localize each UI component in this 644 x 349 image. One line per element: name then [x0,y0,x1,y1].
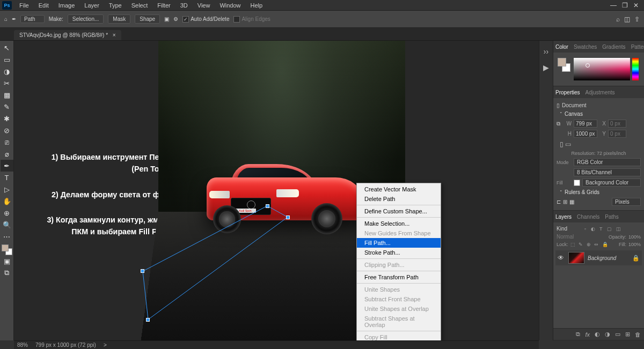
fill-opacity-value[interactable]: 100% [628,242,641,247]
tab-close-icon[interactable]: × [113,32,116,38]
ctx-item[interactable]: Create Vector Mask [357,184,441,194]
delete-icon[interactable]: 🗑 [635,331,641,338]
tool-pen[interactable]: ✒ [1,160,13,172]
tool-marquee[interactable]: ▭ [1,54,13,65]
tool-zoom[interactable]: 🔍 [1,219,13,231]
make-mask-button[interactable]: Mask [108,14,130,24]
menu-edit[interactable]: Edit [34,1,53,10]
x-input[interactable] [608,120,626,128]
ruler-icon-3[interactable]: ▦ [569,199,574,205]
ctx-item[interactable]: Free Transform Path [357,272,441,282]
tool-path-select[interactable]: ▷ [1,183,13,195]
new-layer-icon[interactable]: ⊞ [625,331,630,338]
tool-healing[interactable]: ✱ [1,113,13,124]
tool-rectangle[interactable]: ⊕ [1,207,13,219]
make-selection-button[interactable]: Selection... [68,14,104,24]
tab-color[interactable]: Color [555,44,568,50]
document-tab[interactable]: STVAqvjDs4o.jpg @ 88% (RGB/8#) * × [14,30,121,40]
ruler-icon-2[interactable]: ⊞ [563,199,567,205]
ctx-item[interactable]: Stroke Path... [357,248,441,257]
gear-icon[interactable]: ⚙ [173,16,178,22]
color-swatches[interactable] [2,244,12,255]
lock-icon[interactable]: 🔒 [632,255,640,262]
tool-move[interactable]: ↖ [1,42,13,54]
tool-edit-toolbar[interactable]: ⋯ [1,231,13,242]
bits-select[interactable]: 8 Bits/Channel [574,168,641,176]
zoom-level[interactable]: 88% [17,342,28,348]
tab-gradients[interactable]: Gradients [602,44,625,50]
fx-icon[interactable]: fx [585,331,590,338]
menu-3d[interactable]: 3D [176,1,192,10]
tool-stamp[interactable]: ⎚ [1,136,13,148]
tab-swatches[interactable]: Swatches [574,44,597,50]
home-icon[interactable]: ⌂ [4,16,8,22]
rulers-section[interactable]: Rulers & Grids [557,188,641,197]
quickmask-icon[interactable]: ▣ [1,255,13,267]
menu-view[interactable]: View [193,1,215,10]
tab-channels[interactable]: Channels [577,214,599,220]
link-layers-icon[interactable]: ⧉ [576,331,580,338]
screenmode-icon[interactable]: ⧉ [1,267,13,279]
ruler-unit-select[interactable]: Pixels [612,198,641,206]
anchor-point[interactable] [286,216,290,219]
expand-panel-icon[interactable]: ›› [544,47,548,56]
fill-swatch[interactable] [574,180,580,186]
minimize-icon[interactable]: — [610,2,617,9]
search-icon[interactable]: ⌕ [616,16,620,23]
tool-preset-icon[interactable]: ✒ [12,16,16,22]
hue-slider[interactable] [632,58,639,80]
menu-select[interactable]: Select [127,1,152,10]
width-input[interactable] [574,120,597,128]
tool-crop[interactable]: ✂ [1,77,13,89]
menu-type[interactable]: Type [105,1,126,10]
opacity-value[interactable]: 100% [628,234,641,240]
tool-brush[interactable]: ⊘ [1,124,13,136]
tool-lasso[interactable]: ◑ [1,65,13,77]
lock-icons[interactable]: ⬚ ✎ ⊕ ⇔ 🔒 [570,242,609,247]
tab-patterns[interactable]: Patterns [631,44,644,50]
tool-eraser[interactable]: ⌀ [1,148,13,160]
filter-icons[interactable]: ▫ ◐ T ▢ ◫ [584,226,623,232]
blend-mode-select[interactable]: Normal [557,234,606,240]
tool-eyedropper[interactable]: ✎ [1,101,13,113]
height-input[interactable] [574,130,597,138]
tab-paths[interactable]: Paths [605,214,619,220]
menu-file[interactable]: File [15,1,33,10]
orientation-icons[interactable]: ▯ ▭ [557,139,641,150]
menu-window[interactable]: Window [215,1,245,10]
tab-adjustments[interactable]: Adjustments [586,90,615,95]
close-icon[interactable]: ✕ [633,2,639,9]
panel-swatches[interactable] [557,56,572,83]
layer-row[interactable]: 👁 Background 🔒 [555,250,642,265]
share-icon[interactable]: ⇪ [634,16,640,23]
visibility-icon[interactable]: 👁 [558,254,565,262]
menu-filter[interactable]: Filter [153,1,174,10]
ctx-item[interactable]: Delete Path [357,194,441,204]
anchor-point[interactable] [146,318,150,322]
adjustment-icon[interactable]: ◑ [605,331,610,338]
tab-layers[interactable]: Layers [555,214,572,220]
filter-kind-select[interactable]: Kind [557,226,582,232]
maximize-icon[interactable]: ❐ [622,2,628,9]
tool-type[interactable]: T [1,172,13,183]
menu-image[interactable]: Image [54,1,79,10]
menu-layer[interactable]: Layer [80,1,104,10]
y-input[interactable] [608,130,626,138]
ctx-item[interactable]: Make Selection... [357,219,441,228]
tool-frame[interactable]: ▩ [1,89,13,101]
ruler-icon-1[interactable]: ⊏ [557,199,561,205]
align-edges-checkbox[interactable]: ✓ [233,16,240,23]
anchor-point[interactable] [141,269,144,273]
menu-help[interactable]: Help [246,1,267,10]
ctx-item[interactable]: Define Custom Shape... [357,206,441,216]
auto-add-checkbox[interactable]: ✓ [182,16,189,23]
link-icon[interactable]: ⧉ [557,121,563,127]
path-ops-icon[interactable]: ▣ [164,16,169,22]
fill-select[interactable]: Background Color [582,179,641,187]
tool-hand[interactable]: ✋ [1,195,13,207]
tab-properties[interactable]: Properties [555,90,580,95]
mode-select[interactable]: RGB Color [574,158,641,166]
mask-icon[interactable]: ◐ [595,331,600,338]
canvas-section[interactable]: Canvas [557,109,641,118]
group-icon[interactable]: ▭ [615,331,620,338]
